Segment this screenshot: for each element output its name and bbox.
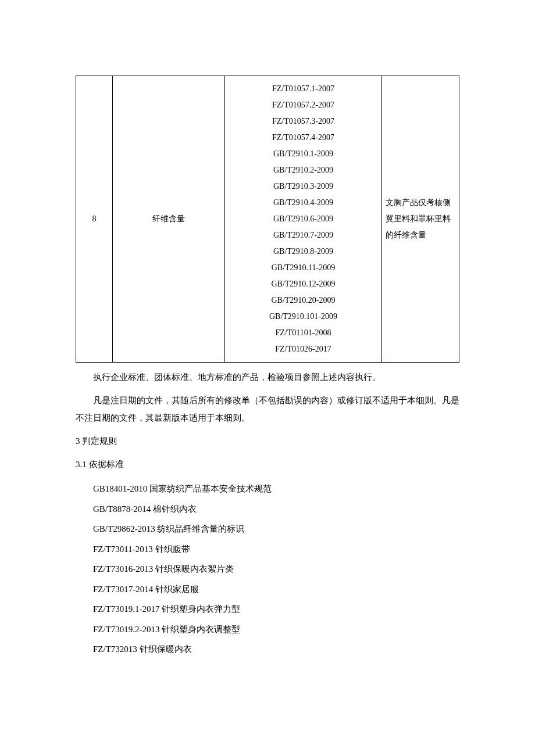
- standard-entry: FZ/T73017-2014 针织家居服: [76, 579, 459, 600]
- standard-entry: GB/T29862-2013 纺织品纤维含量的标识: [76, 519, 459, 539]
- document-page: 8 纤维含量 FZ/T01057.1-2007 FZ/T01057.2-2007…: [0, 0, 535, 756]
- row-note-cell: 文胸产品仅考核侧翼里料和罩杯里料的纤维含量: [382, 76, 459, 363]
- method-entry: FZ/T01101-2008: [229, 325, 378, 341]
- method-entry: FZ/T01057.4-2007: [229, 130, 378, 146]
- standards-list: GB18401-2010 国家纺织产品基本安全技术规范 GB/T8878-201…: [76, 479, 459, 660]
- standard-entry: FZ/T73019.2-2013 针织塑身内衣调整型: [76, 619, 459, 640]
- method-entry: GB/T2910.101-2009: [229, 309, 378, 325]
- paragraph: 执行企业标准、团体标准、地方标准的产品，检验项目参照上述内容执行。: [76, 368, 459, 386]
- section-heading-3: 3 判定规则: [76, 432, 459, 450]
- section-heading-3-1: 3.1 依据标准: [76, 456, 459, 473]
- method-entry: FZ/T01057.2-2007: [229, 97, 378, 113]
- method-entry: GB/T2910.1-2009: [229, 146, 378, 162]
- standard-entry: FZ/T732013 针织保暖内衣: [76, 639, 459, 660]
- standard-entry: FZ/T73016-2013 针织保暖内衣絮片类: [76, 559, 459, 579]
- row-item-cell: 纤维含量: [113, 76, 225, 363]
- table-row: 8 纤维含量 FZ/T01057.1-2007 FZ/T01057.2-2007…: [76, 76, 459, 363]
- row-methods-cell: FZ/T01057.1-2007 FZ/T01057.2-2007 FZ/T01…: [225, 76, 382, 363]
- method-entry: GB/T2910.7-2009: [229, 227, 378, 243]
- method-entry: FZ/T01057.3-2007: [229, 113, 378, 130]
- method-entry: FZ/T01026-2017: [229, 341, 378, 357]
- standard-entry: GB/T8878-2014 棉针织内衣: [76, 499, 459, 519]
- method-entry: GB/T2910.3-2009: [229, 178, 378, 195]
- row-index-cell: 8: [76, 76, 113, 363]
- method-entry: GB/T2910.4-2009: [229, 195, 378, 211]
- method-entry: GB/T2910.2-2009: [229, 162, 378, 178]
- method-entry: GB/T2910.12-2009: [229, 276, 378, 292]
- method-entry: GB/T2910.6-2009: [229, 211, 378, 227]
- method-entry: FZ/T01057.1-2007: [229, 81, 378, 97]
- paragraph: 凡是注日期的文件，其随后所有的修改单（不包括勘误的内容）或修订版不适用于本细则。…: [76, 392, 459, 427]
- standard-entry: FZ/T73019.1-2017 针织塑身内衣弹力型: [76, 599, 459, 619]
- standards-table: 8 纤维含量 FZ/T01057.1-2007 FZ/T01057.2-2007…: [76, 76, 459, 363]
- standard-entry: FZ/T73011-2013 针织腹带: [76, 539, 459, 560]
- standard-entry: GB18401-2010 国家纺织产品基本安全技术规范: [76, 479, 459, 499]
- method-entry: GB/T2910.8-2009: [229, 243, 378, 260]
- method-entry: GB/T2910.11-2009: [229, 260, 378, 276]
- method-entry: GB/T2910.20-2009: [229, 292, 378, 309]
